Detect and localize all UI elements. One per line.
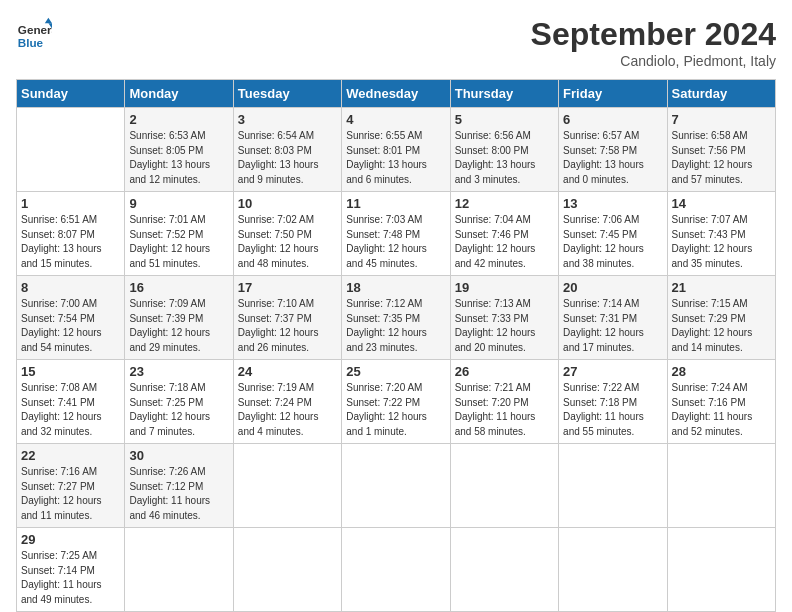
sunset-time: Sunset: 7:14 PM (21, 565, 95, 576)
col-sunday: Sunday (17, 80, 125, 108)
calendar-week-row: 1 Sunrise: 6:51 AM Sunset: 8:07 PM Dayli… (17, 192, 776, 276)
sunset-time: Sunset: 7:50 PM (238, 229, 312, 240)
logo: General Blue (16, 16, 52, 52)
daylight-hours: Daylight: 12 hours and 26 minutes. (238, 327, 319, 353)
sunrise-time: Sunrise: 7:12 AM (346, 298, 422, 309)
sunrise-time: Sunrise: 7:13 AM (455, 298, 531, 309)
daylight-hours: Daylight: 11 hours and 49 minutes. (21, 579, 102, 605)
sunrise-time: Sunrise: 7:02 AM (238, 214, 314, 225)
day-info: Sunrise: 7:25 AM Sunset: 7:14 PM Dayligh… (21, 549, 120, 607)
calendar-header-row: Sunday Monday Tuesday Wednesday Thursday… (17, 80, 776, 108)
day-number: 1 (21, 196, 120, 211)
page-header: General Blue September 2024 Candiolo, Pi… (16, 16, 776, 69)
daylight-hours: Daylight: 11 hours and 55 minutes. (563, 411, 644, 437)
calendar-day-cell: 26 Sunrise: 7:21 AM Sunset: 7:20 PM Dayl… (450, 360, 558, 444)
daylight-hours: Daylight: 12 hours and 4 minutes. (238, 411, 319, 437)
calendar-day-cell (667, 528, 775, 612)
sunrise-time: Sunrise: 7:15 AM (672, 298, 748, 309)
sunrise-time: Sunrise: 7:19 AM (238, 382, 314, 393)
calendar-day-cell: 29 Sunrise: 7:25 AM Sunset: 7:14 PM Dayl… (17, 528, 125, 612)
daylight-hours: Daylight: 11 hours and 46 minutes. (129, 495, 210, 521)
daylight-hours: Daylight: 12 hours and 48 minutes. (238, 243, 319, 269)
day-info: Sunrise: 6:53 AM Sunset: 8:05 PM Dayligh… (129, 129, 228, 187)
day-number: 22 (21, 448, 120, 463)
day-number: 18 (346, 280, 445, 295)
day-number: 13 (563, 196, 662, 211)
svg-text:General: General (18, 23, 52, 36)
day-info: Sunrise: 7:21 AM Sunset: 7:20 PM Dayligh… (455, 381, 554, 439)
daylight-hours: Daylight: 12 hours and 11 minutes. (21, 495, 102, 521)
day-info: Sunrise: 7:00 AM Sunset: 7:54 PM Dayligh… (21, 297, 120, 355)
col-monday: Monday (125, 80, 233, 108)
calendar-day-cell (450, 444, 558, 528)
day-info: Sunrise: 7:02 AM Sunset: 7:50 PM Dayligh… (238, 213, 337, 271)
calendar-day-cell: 28 Sunrise: 7:24 AM Sunset: 7:16 PM Dayl… (667, 360, 775, 444)
day-info: Sunrise: 7:10 AM Sunset: 7:37 PM Dayligh… (238, 297, 337, 355)
calendar-week-row: 8 Sunrise: 7:00 AM Sunset: 7:54 PM Dayli… (17, 276, 776, 360)
calendar-day-cell: 22 Sunrise: 7:16 AM Sunset: 7:27 PM Dayl… (17, 444, 125, 528)
sunset-time: Sunset: 7:46 PM (455, 229, 529, 240)
day-number: 21 (672, 280, 771, 295)
calendar-day-cell (559, 444, 667, 528)
calendar-day-cell: 2 Sunrise: 6:53 AM Sunset: 8:05 PM Dayli… (125, 108, 233, 192)
day-number: 29 (21, 532, 120, 547)
calendar-day-cell (667, 444, 775, 528)
month-title: September 2024 (531, 16, 776, 53)
calendar-table: Sunday Monday Tuesday Wednesday Thursday… (16, 79, 776, 612)
sunrise-time: Sunrise: 7:26 AM (129, 466, 205, 477)
col-tuesday: Tuesday (233, 80, 341, 108)
calendar-day-cell: 4 Sunrise: 6:55 AM Sunset: 8:01 PM Dayli… (342, 108, 450, 192)
day-number: 25 (346, 364, 445, 379)
sunrise-time: Sunrise: 7:08 AM (21, 382, 97, 393)
daylight-hours: Daylight: 13 hours and 6 minutes. (346, 159, 427, 185)
daylight-hours: Daylight: 12 hours and 7 minutes. (129, 411, 210, 437)
calendar-day-cell: 6 Sunrise: 6:57 AM Sunset: 7:58 PM Dayli… (559, 108, 667, 192)
day-number: 8 (21, 280, 120, 295)
day-info: Sunrise: 7:24 AM Sunset: 7:16 PM Dayligh… (672, 381, 771, 439)
sunrise-time: Sunrise: 7:10 AM (238, 298, 314, 309)
daylight-hours: Daylight: 12 hours and 54 minutes. (21, 327, 102, 353)
day-info: Sunrise: 6:58 AM Sunset: 7:56 PM Dayligh… (672, 129, 771, 187)
sunrise-time: Sunrise: 7:24 AM (672, 382, 748, 393)
logo-icon: General Blue (16, 16, 52, 52)
calendar-day-cell (450, 528, 558, 612)
day-number: 2 (129, 112, 228, 127)
calendar-day-cell: 14 Sunrise: 7:07 AM Sunset: 7:43 PM Dayl… (667, 192, 775, 276)
sunset-time: Sunset: 7:43 PM (672, 229, 746, 240)
sunset-time: Sunset: 7:54 PM (21, 313, 95, 324)
day-number: 30 (129, 448, 228, 463)
day-info: Sunrise: 7:01 AM Sunset: 7:52 PM Dayligh… (129, 213, 228, 271)
daylight-hours: Daylight: 12 hours and 35 minutes. (672, 243, 753, 269)
col-friday: Friday (559, 80, 667, 108)
calendar-day-cell (559, 528, 667, 612)
sunset-time: Sunset: 7:27 PM (21, 481, 95, 492)
sunset-time: Sunset: 7:45 PM (563, 229, 637, 240)
daylight-hours: Daylight: 13 hours and 3 minutes. (455, 159, 536, 185)
sunset-time: Sunset: 7:52 PM (129, 229, 203, 240)
calendar-week-row: 22 Sunrise: 7:16 AM Sunset: 7:27 PM Dayl… (17, 444, 776, 528)
calendar-week-row: 2 Sunrise: 6:53 AM Sunset: 8:05 PM Dayli… (17, 108, 776, 192)
calendar-day-cell: 10 Sunrise: 7:02 AM Sunset: 7:50 PM Dayl… (233, 192, 341, 276)
calendar-day-cell: 23 Sunrise: 7:18 AM Sunset: 7:25 PM Dayl… (125, 360, 233, 444)
daylight-hours: Daylight: 13 hours and 12 minutes. (129, 159, 210, 185)
day-number: 6 (563, 112, 662, 127)
calendar-day-cell (233, 444, 341, 528)
day-number: 5 (455, 112, 554, 127)
day-info: Sunrise: 7:22 AM Sunset: 7:18 PM Dayligh… (563, 381, 662, 439)
day-number: 7 (672, 112, 771, 127)
calendar-day-cell (233, 528, 341, 612)
day-info: Sunrise: 7:12 AM Sunset: 7:35 PM Dayligh… (346, 297, 445, 355)
daylight-hours: Daylight: 12 hours and 1 minute. (346, 411, 427, 437)
sunrise-time: Sunrise: 6:51 AM (21, 214, 97, 225)
calendar-day-cell (342, 444, 450, 528)
day-info: Sunrise: 7:19 AM Sunset: 7:24 PM Dayligh… (238, 381, 337, 439)
calendar-day-cell: 1 Sunrise: 6:51 AM Sunset: 8:07 PM Dayli… (17, 192, 125, 276)
day-info: Sunrise: 6:55 AM Sunset: 8:01 PM Dayligh… (346, 129, 445, 187)
sunrise-time: Sunrise: 7:22 AM (563, 382, 639, 393)
day-number: 16 (129, 280, 228, 295)
sunset-time: Sunset: 8:03 PM (238, 145, 312, 156)
sunset-time: Sunset: 7:18 PM (563, 397, 637, 408)
svg-text:Blue: Blue (18, 36, 44, 49)
daylight-hours: Daylight: 12 hours and 42 minutes. (455, 243, 536, 269)
sunset-time: Sunset: 7:22 PM (346, 397, 420, 408)
